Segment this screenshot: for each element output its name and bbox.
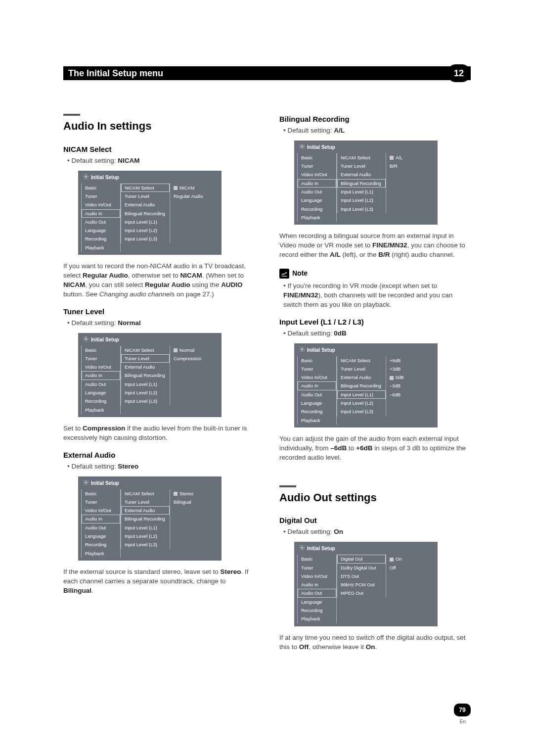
section-rule bbox=[63, 114, 80, 116]
menu-option-item: NICAM bbox=[170, 184, 219, 192]
menu-setting-item: Tuner Level bbox=[121, 354, 170, 363]
menu-nav-item: Playback bbox=[298, 614, 336, 623]
menu-nav-item: Video In/Out bbox=[298, 572, 336, 580]
menu-option-item: On bbox=[386, 555, 435, 563]
menu-nav-item: Language bbox=[298, 196, 336, 204]
menu-setting-item: External Audio bbox=[121, 363, 170, 371]
menu-digital-out: Initial SetupBasicTunerVideo In/OutAudio… bbox=[294, 542, 438, 626]
menu-nav-item: Audio Out bbox=[298, 390, 336, 399]
svg-point-0 bbox=[86, 176, 87, 177]
menu-setting-item: Input Level (L3) bbox=[337, 407, 386, 416]
menu-nav-item: Basic bbox=[298, 153, 336, 162]
menu-setting-item: Input Level (L2) bbox=[337, 196, 386, 204]
menu-title-text: Initial Setup bbox=[91, 174, 119, 181]
right-column: Bilingual Recording Default setting: A/L… bbox=[279, 114, 471, 657]
menu-setting-item: Input Level (L3) bbox=[337, 205, 386, 213]
gear-icon bbox=[83, 336, 89, 344]
svg-point-2 bbox=[86, 481, 87, 483]
menu-nav-item: Tuner bbox=[298, 365, 336, 373]
menu-bilingual-recording: Initial SetupBasicTunerVideo In/OutAudio… bbox=[294, 141, 438, 225]
menu-setting-item: Input Level (L1) bbox=[121, 218, 170, 226]
menu-setting-item: Bilingual Recording bbox=[121, 209, 170, 218]
menu-nav-item: Tuner bbox=[298, 564, 336, 572]
menu-setting-item: Tuner Level bbox=[121, 192, 170, 200]
gear-icon bbox=[299, 346, 305, 354]
menu-setting-item: Bilingual Recording bbox=[337, 179, 386, 188]
menu-nav-item: Language bbox=[82, 532, 120, 540]
menu-nav-item: Language bbox=[298, 399, 336, 407]
menu-setting-item: Input Level (L3) bbox=[121, 540, 170, 549]
bilingual-paragraph: When recording a bilingual source from a… bbox=[279, 232, 471, 260]
default-setting: Default setting: A/L bbox=[283, 126, 471, 136]
page-number-badge: 79 bbox=[454, 704, 471, 716]
menu-nav-item: Playback bbox=[82, 406, 120, 414]
menu-nav-item: Playback bbox=[82, 549, 120, 558]
menu-setting-item: Input Level (L1) bbox=[337, 390, 386, 399]
menu-input-level: Initial SetupBasicTunerVideo In/OutAudio… bbox=[294, 343, 438, 427]
gear-icon bbox=[83, 174, 89, 182]
menu-option-item: Regular Audio bbox=[170, 192, 219, 200]
menu-setting-item: NICAM Select bbox=[337, 153, 386, 162]
menu-external-audio: Initial SetupBasicTunerVideo In/OutAudio… bbox=[78, 476, 222, 561]
menu-title-text: Initial Setup bbox=[307, 347, 335, 354]
menu-option-item: Compression bbox=[170, 354, 219, 363]
default-setting: Default setting: On bbox=[283, 527, 471, 537]
menu-setting-item: Tuner Level bbox=[121, 498, 170, 506]
menu-nav-item: Tuner bbox=[82, 192, 120, 200]
note-heading: Note bbox=[279, 269, 471, 279]
menu-title-text: Initial Setup bbox=[91, 336, 119, 343]
section-rule bbox=[279, 485, 296, 487]
menu-setting-item: Bilingual Recording bbox=[121, 515, 170, 523]
menu-title-text: Initial Setup bbox=[307, 144, 335, 151]
left-column: Audio In settings NICAM Select Default s… bbox=[63, 114, 255, 657]
svg-point-3 bbox=[302, 145, 303, 147]
menu-nav-item: Audio Out bbox=[82, 523, 120, 532]
menu-nav-item: Basic bbox=[298, 555, 336, 563]
nicam-paragraph: If you want to record the non-NICAM audi… bbox=[63, 262, 255, 299]
menu-setting-item: NICAM Select bbox=[121, 184, 170, 192]
menu-option-item: Off bbox=[386, 564, 435, 572]
language-code: En bbox=[460, 719, 466, 724]
menu-setting-item: Input Level (L1) bbox=[121, 523, 170, 532]
menu-setting-item: Input Level (L2) bbox=[121, 226, 170, 235]
menu-setting-item: Input Level (L2) bbox=[121, 532, 170, 540]
menu-setting-item: Bilingual Recording bbox=[121, 371, 170, 379]
menu-setting-item: Digital Out bbox=[337, 555, 386, 563]
menu-nav-item: Audio In bbox=[298, 179, 336, 188]
menu-option-item: +3dB bbox=[386, 365, 435, 373]
menu-title: Initial Setup bbox=[81, 174, 219, 182]
svg-point-1 bbox=[86, 338, 87, 339]
subheading-tuner-level: Tuner Level bbox=[63, 306, 255, 317]
menu-setting-item: Tuner Level bbox=[337, 365, 386, 373]
digital-paragraph: If at any time you need to switch off th… bbox=[279, 633, 471, 652]
menu-setting-item: Input Level (L1) bbox=[337, 188, 386, 196]
menu-setting-item: NICAM Select bbox=[337, 356, 386, 365]
menu-nav-item: Basic bbox=[82, 346, 120, 354]
menu-option-item: A/L bbox=[386, 153, 435, 162]
menu-title: Initial Setup bbox=[81, 336, 219, 344]
menu-option-item: Normal bbox=[170, 346, 219, 354]
chapter-title: The Initial Setup menu bbox=[68, 68, 163, 79]
subheading-nicam-select: NICAM Select bbox=[63, 144, 255, 154]
menu-setting-item: Input Level (L1) bbox=[121, 380, 170, 388]
menu-nav-item: Audio In bbox=[82, 515, 120, 523]
menu-nav-item: Recording bbox=[82, 235, 120, 243]
section-heading-audio-in: Audio In settings bbox=[63, 119, 255, 134]
menu-title-text: Initial Setup bbox=[91, 480, 119, 487]
section-heading-audio-out: Audio Out settings bbox=[279, 490, 471, 506]
menu-setting-item: 96kHz PCM Out bbox=[337, 580, 386, 589]
subheading-digital-out: Digital Out bbox=[279, 515, 471, 525]
menu-setting-item: External Audio bbox=[337, 170, 386, 179]
menu-nav-item: Basic bbox=[82, 184, 120, 192]
svg-point-4 bbox=[302, 348, 303, 350]
menu-nav-item: Audio In bbox=[298, 381, 336, 390]
menu-nav-item: Recording bbox=[82, 397, 120, 405]
menu-setting-item: Tuner Level bbox=[337, 162, 386, 170]
note-icon bbox=[279, 269, 289, 279]
menu-title: Initial Setup bbox=[297, 545, 435, 553]
menu-option-item: –3dB bbox=[386, 381, 435, 390]
menu-setting-item: DTS Out bbox=[337, 572, 386, 580]
default-setting: Default setting: 0dB bbox=[283, 329, 471, 338]
menu-nav-item: Video In/Out bbox=[82, 506, 120, 515]
default-setting: Default setting: Normal bbox=[67, 319, 255, 328]
